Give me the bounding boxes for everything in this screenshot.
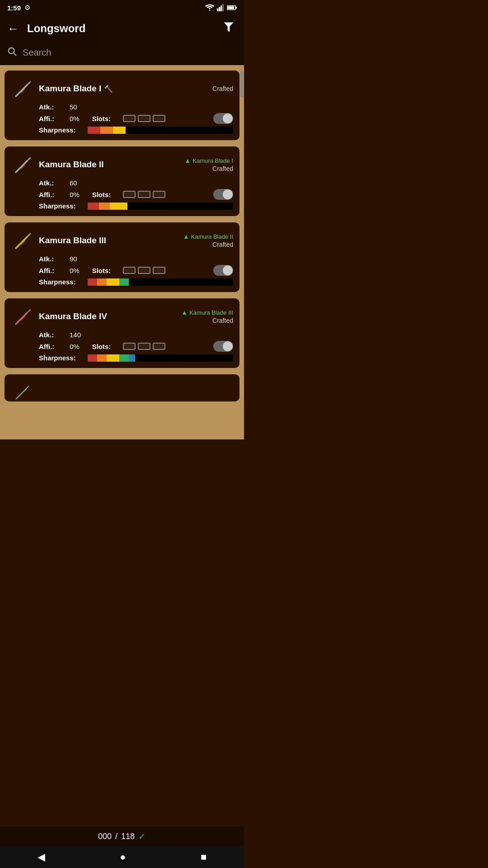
slot-box-1 — [123, 267, 136, 274]
sharpness-bar — [88, 278, 233, 286]
affi-label: Affi.: — [39, 267, 66, 274]
toggle-knob — [223, 341, 233, 351]
toggle-knob — [223, 189, 233, 199]
slots-label: Slots: — [92, 267, 119, 274]
card-header: Kamura Blade IV ▲ Kamura Blade III Craft… — [11, 305, 233, 328]
partial-weapon-icon — [11, 381, 34, 401]
weapon-icon — [11, 153, 34, 176]
slots-row: Affi.: 0% Slots: — [39, 113, 233, 124]
weapon-card[interactable]: Kamura Blade III ▲ Kamura Blade II Craft… — [5, 222, 239, 292]
upgrade-from-name: Kamura Blade I — [192, 157, 233, 164]
upgrade-arrow-icon: ▲ — [183, 233, 189, 240]
weapon-name: Kamura Blade IV — [39, 311, 107, 321]
toggle-knob — [223, 265, 233, 275]
weapon-card[interactable]: Kamura Blade I 🔨 Crafted Atk.: 50 Affi.:… — [5, 71, 239, 140]
back-button[interactable]: ← — [4, 21, 23, 36]
weapon-name: Kamura Blade II — [39, 160, 104, 170]
slot-box-2 — [138, 343, 150, 350]
search-bar — [0, 42, 244, 65]
status-time: 1:59 — [7, 4, 21, 12]
search-input[interactable] — [23, 47, 237, 58]
upgrade-from-name: Kamura Blade II — [191, 233, 233, 240]
upgrade-from: ▲ Kamura Blade III — [181, 309, 233, 316]
atk-value: 50 — [70, 103, 77, 111]
weapon-card[interactable]: Kamura Blade II ▲ Kamura Blade I Crafted… — [5, 146, 239, 216]
page-title: Longsword — [27, 22, 85, 35]
atk-row: Atk.: 140 — [39, 331, 233, 339]
affi-value: 0% — [70, 267, 80, 274]
crafted-label: Crafted — [212, 317, 233, 324]
slots-boxes — [123, 115, 210, 122]
slots-row: Affi.: 0% Slots: — [39, 265, 233, 276]
atk-value: 60 — [70, 179, 77, 187]
atk-label: Atk.: — [39, 255, 66, 263]
toggle-wrap[interactable] — [213, 113, 233, 124]
toggle-switch[interactable] — [213, 265, 233, 276]
weapon-name: Kamura Blade I 🔨 — [39, 84, 113, 94]
partial-card — [5, 374, 239, 401]
sharpness-label: Sharpness: — [39, 126, 84, 134]
upgrade-arrow-icon: ▲ — [185, 157, 191, 164]
scrollbar[interactable] — [240, 71, 243, 98]
sharpness-row: Sharpness: — [39, 126, 233, 134]
svg-line-8 — [14, 53, 16, 55]
card-header-left: Kamura Blade II — [11, 153, 104, 176]
affi-value: 0% — [70, 115, 80, 123]
card-stats: Atk.: 50 Affi.: 0% Slots: Sh — [39, 103, 233, 134]
hammer-icon: 🔨 — [104, 85, 113, 93]
svg-line-10 — [26, 82, 30, 86]
toggle-wrap[interactable] — [213, 189, 233, 200]
svg-rect-0 — [217, 9, 218, 11]
svg-line-22 — [25, 386, 29, 390]
slots-label: Slots: — [92, 191, 119, 198]
card-stats: Atk.: 90 Affi.: 0% Slots: Sh — [39, 255, 233, 286]
crafted-label: Crafted — [212, 85, 233, 92]
slots-row: Affi.: 0% Slots: — [39, 189, 233, 200]
slot-box-2 — [138, 267, 150, 274]
card-header-left: Kamura Blade IV — [11, 305, 107, 328]
filter-button[interactable] — [221, 19, 237, 38]
svg-rect-1 — [219, 7, 220, 11]
atk-value: 90 — [70, 255, 77, 263]
atk-row: Atk.: 60 — [39, 179, 233, 187]
slots-boxes — [123, 343, 210, 350]
sharpness-label: Sharpness: — [39, 278, 84, 286]
atk-label: Atk.: — [39, 179, 66, 187]
affi-value: 0% — [70, 343, 80, 350]
toggle-switch[interactable] — [213, 341, 233, 352]
wifi-icon — [205, 4, 214, 11]
weapon-name: Kamura Blade III — [39, 236, 106, 245]
toggle-switch[interactable] — [213, 189, 233, 200]
sharpness-bar — [88, 127, 233, 134]
slots-label: Slots: — [92, 343, 119, 350]
card-header-right: ▲ Kamura Blade II Crafted — [183, 233, 233, 248]
status-icons — [205, 4, 237, 11]
svg-rect-6 — [227, 6, 234, 9]
battery-icon — [227, 5, 237, 11]
slot-box-1 — [123, 343, 136, 350]
sharpness-bar — [88, 203, 233, 210]
toggle-switch[interactable] — [213, 113, 233, 124]
atk-label: Atk.: — [39, 103, 66, 111]
svg-line-13 — [26, 158, 30, 162]
slot-box-1 — [123, 115, 136, 122]
card-stats: Atk.: 140 Affi.: 0% Slots: S — [39, 331, 233, 362]
sharpness-label: Sharpness: — [39, 354, 84, 362]
slot-box-3 — [153, 267, 165, 274]
weapon-icon — [11, 229, 34, 252]
slots-label: Slots: — [92, 115, 119, 123]
sharpness-row: Sharpness: — [39, 278, 233, 286]
slot-box-3 — [153, 115, 165, 122]
svg-line-21 — [16, 389, 26, 399]
top-bar: ← Longsword — [0, 14, 244, 42]
atk-row: Atk.: 50 — [39, 103, 233, 111]
toggle-wrap[interactable] — [213, 265, 233, 276]
sharpness-row: Sharpness: — [39, 354, 233, 362]
crafted-label: Crafted — [212, 241, 233, 248]
svg-rect-2 — [221, 5, 222, 11]
weapon-card[interactable]: Kamura Blade IV ▲ Kamura Blade III Craft… — [5, 298, 239, 368]
toggle-wrap[interactable] — [213, 341, 233, 352]
card-header: Kamura Blade III ▲ Kamura Blade II Craft… — [11, 229, 233, 252]
upgrade-from: ▲ Kamura Blade I — [185, 157, 233, 164]
sharpness-label: Sharpness: — [39, 202, 84, 210]
